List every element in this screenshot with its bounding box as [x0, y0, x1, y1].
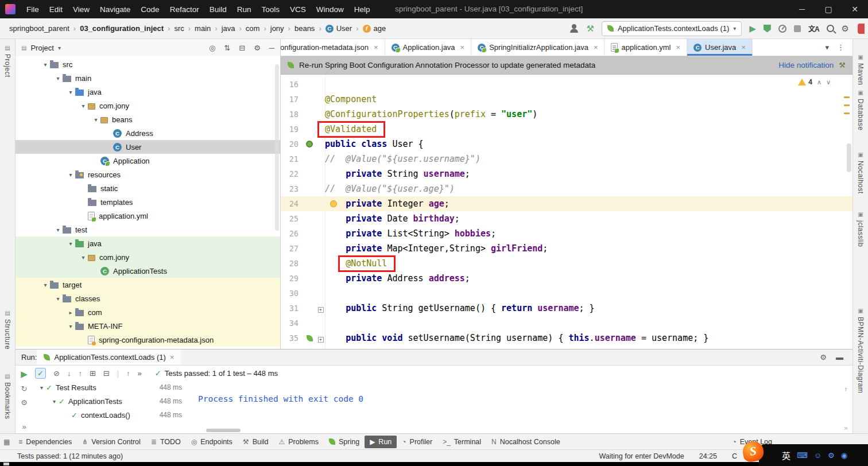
- settings-gear-icon[interactable]: ⚙: [842, 24, 849, 34]
- menu-run[interactable]: Run: [232, 2, 257, 17]
- project-tree-row-resources-8[interactable]: ▾resources: [16, 168, 280, 181]
- chevron-icon[interactable]: ▾: [79, 103, 88, 109]
- warning-stripe-mark[interactable]: [844, 96, 850, 98]
- breadcrumb-beans[interactable]: beans: [294, 24, 315, 33]
- close-button[interactable]: ✕: [842, 0, 868, 18]
- breadcrumb-user[interactable]: CUser: [326, 24, 352, 33]
- project-tree-row-spring-configuration-metadata-json-20[interactable]: spring-configuration-metadata.json: [16, 333, 280, 347]
- chevron-icon[interactable]: ▾: [66, 89, 75, 95]
- ime-mic-icon[interactable]: ◉: [841, 451, 847, 460]
- stripe-item-nocalhost[interactable]: ▣Nocalhost: [853, 152, 868, 194]
- project-tree-row-templates-10[interactable]: templates: [16, 195, 280, 209]
- warning-stripe-mark[interactable]: [844, 104, 850, 106]
- search-everywhere-icon[interactable]: [827, 25, 834, 32]
- code-line-24[interactable]: 24 private Integer age;: [281, 196, 852, 211]
- close-icon[interactable]: ×: [460, 43, 465, 52]
- spring-bean-gutter-icon[interactable]: [306, 141, 313, 147]
- more-options-icon[interactable]: »: [22, 422, 26, 431]
- menu-file[interactable]: File: [21, 2, 44, 17]
- menu-build[interactable]: Build: [204, 2, 232, 17]
- menu-tools[interactable]: Tools: [256, 2, 285, 17]
- code-line-29[interactable]: 29 private Address address;: [281, 271, 852, 286]
- stripe-item-project[interactable]: ▤Project: [0, 45, 15, 77]
- menu-view[interactable]: View: [68, 2, 95, 17]
- coverage-button[interactable]: [764, 25, 771, 33]
- breadcrumb-03-configuration-inject[interactable]: 03_configuration_inject: [80, 24, 164, 33]
- run-configuration-select[interactable]: ApplicationTests.contextLoads (1) ▾: [602, 21, 742, 36]
- project-tree-row-com-jony-14[interactable]: ▾com.jony: [16, 250, 280, 264]
- tab-user-java[interactable]: CUser.java×: [687, 39, 753, 56]
- toolwindow-button-endpoints[interactable]: ◎Endpoints: [186, 436, 238, 448]
- project-tree-row-com-18[interactable]: ▸com: [16, 305, 280, 319]
- hide-panel-icon[interactable]: ▬: [836, 353, 843, 362]
- toolwindow-switcher-icon[interactable]: ▦: [3, 438, 10, 446]
- toolwindow-button-run[interactable]: ▶Run: [365, 436, 397, 448]
- project-tree-row-address-5[interactable]: CAddress: [16, 126, 280, 140]
- code-line-27[interactable]: 27 private Map<Integer,String> girlFrien…: [281, 241, 852, 256]
- breadcrumb-com[interactable]: com: [246, 24, 260, 33]
- chevron-icon[interactable]: ▾: [41, 282, 50, 288]
- code-line-16[interactable]: 16: [281, 77, 852, 92]
- translate-icon[interactable]: 文A: [808, 24, 819, 33]
- run-settings-icon[interactable]: ⚙: [820, 353, 827, 362]
- warning-stripe-mark[interactable]: [844, 112, 850, 114]
- breadcrumb-jony[interactable]: jony: [270, 24, 284, 33]
- minimize-button[interactable]: ─: [789, 0, 815, 18]
- breadcrumb-springboot-parent[interactable]: springboot_parent: [9, 24, 69, 33]
- more-icon[interactable]: »: [844, 424, 848, 432]
- code-line-18[interactable]: 18@ConfigurationProperties(prefix = "use…: [281, 107, 852, 122]
- project-tree-row-target-16[interactable]: ▾target: [16, 278, 280, 292]
- chevron-icon[interactable]: ▾: [66, 172, 75, 178]
- project-tree-row-main-1[interactable]: ▾main: [16, 71, 280, 85]
- stripe-item-jclasslib[interactable]: ▣jclasslib: [853, 211, 868, 247]
- test-tree-row-contextloads[interactable]: ✓contextLoads()448 ms: [33, 408, 189, 422]
- console-hscrollbar[interactable]: [206, 429, 241, 432]
- toolwindow-button-spring[interactable]: Spring: [324, 436, 365, 448]
- menu-help[interactable]: Help: [349, 2, 375, 17]
- previous-occurrence-icon[interactable]: ↑: [126, 369, 130, 378]
- toolwindow-button-dependencies[interactable]: ≡Dependencies: [13, 436, 77, 448]
- tab-application-java[interactable]: CApplication.java×: [385, 39, 472, 56]
- keyboard-icon[interactable]: ⌨: [797, 451, 808, 460]
- project-tree-row-java-13[interactable]: ▾java: [16, 236, 280, 250]
- stripe-item-bookmarks[interactable]: ▤Bookmarks: [0, 373, 15, 420]
- menu-window[interactable]: Window: [311, 2, 349, 17]
- close-icon[interactable]: ×: [741, 43, 746, 52]
- breadcrumb-src[interactable]: src: [174, 24, 184, 33]
- caret-position[interactable]: 24:25: [699, 452, 717, 460]
- show-passed-toggle[interactable]: ✓: [35, 368, 46, 379]
- project-tree-row-beans-4[interactable]: ▾beans: [16, 112, 280, 126]
- project-tree-row-applicationtests-15[interactable]: CApplicationTests: [16, 264, 280, 278]
- show-ignored-toggle[interactable]: ⊘: [53, 369, 60, 378]
- more-options-icon[interactable]: ⋮: [837, 43, 844, 52]
- code-line-20[interactable]: 20public class User {: [281, 137, 852, 152]
- code-line-26[interactable]: 26 private List<String> hobbies;: [281, 226, 852, 241]
- project-tree-row-user-6[interactable]: CUser: [16, 140, 280, 154]
- hide-panel-icon[interactable]: ─: [269, 44, 274, 52]
- profiler-button[interactable]: [778, 25, 786, 33]
- more-icon[interactable]: »: [138, 369, 142, 378]
- chevron-icon[interactable]: ▾: [50, 398, 59, 405]
- scroll-from-source-icon[interactable]: ⇅: [224, 44, 230, 52]
- test-tree-row-applicationtests[interactable]: ▾✓ApplicationTests448 ms: [33, 394, 189, 408]
- stripe-item-maven[interactable]: ▣Maven: [853, 54, 868, 86]
- chevron-icon[interactable]: ▾: [53, 227, 63, 233]
- menu-refactor[interactable]: Refactor: [165, 2, 204, 17]
- run-button[interactable]: ▶: [749, 24, 756, 34]
- toolwindow-button-version-control[interactable]: ⋔Version Control: [77, 436, 146, 448]
- scroll-up-icon[interactable]: ↑: [844, 385, 848, 393]
- collapse-all-icon[interactable]: ⊟: [103, 369, 110, 378]
- emoji-icon[interactable]: ☺: [814, 451, 822, 460]
- wrench-icon[interactable]: ⚒: [839, 61, 846, 69]
- project-tree-row-application-yml-11[interactable]: application.yml: [16, 209, 280, 223]
- breadcrumb-age[interactable]: fage: [363, 24, 386, 33]
- code-line-21[interactable]: 21// @Value("${user.username}"): [281, 152, 852, 166]
- stop-button[interactable]: [794, 25, 801, 32]
- fold-marker-icon[interactable]: +: [318, 337, 324, 343]
- ime-settings-icon[interactable]: ⚙: [828, 451, 835, 460]
- code-line-25[interactable]: 25 private Date birthday;: [281, 211, 852, 226]
- intention-bulb-icon[interactable]: [330, 200, 337, 207]
- hide-notification-link[interactable]: Hide notification: [778, 61, 834, 69]
- stripe-item-bpmn-activiti-diagram[interactable]: ▣BPMN-Activiti-Diagram: [853, 308, 868, 393]
- project-tree-row-meta-inf-19[interactable]: ▾META-INF: [16, 319, 280, 333]
